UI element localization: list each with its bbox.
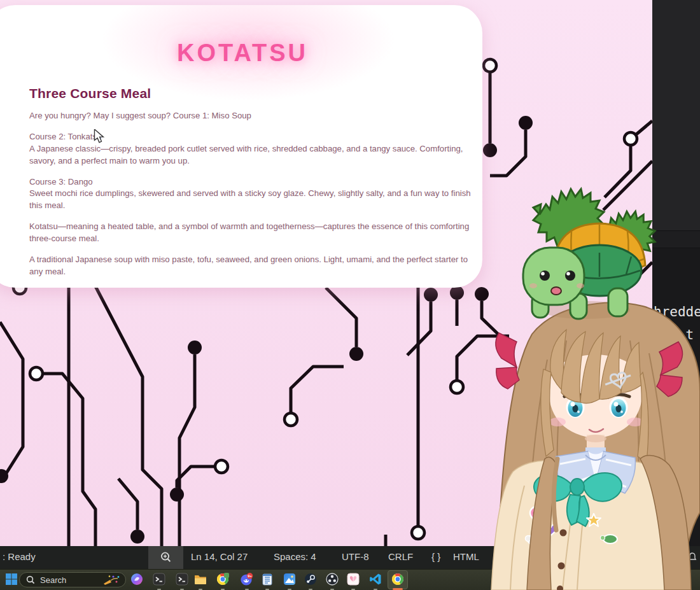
- paragraph-miso: A traditional Japanese soup with miso pa…: [29, 254, 476, 278]
- search-box[interactable]: Search: [19, 572, 126, 587]
- turtle-mascot: [523, 189, 655, 319]
- photos-icon[interactable]: [283, 573, 296, 586]
- page-title: KOTATSU: [29, 39, 456, 67]
- status-eol[interactable]: CRLF: [388, 551, 413, 562]
- chrome-active-icon[interactable]: [391, 573, 404, 586]
- paragraph-kotatsu: Kotatsu—meaning a heated table, and a sy…: [29, 221, 476, 245]
- terminal-icon[interactable]: [153, 573, 165, 586]
- vtube-studio-icon[interactable]: [347, 573, 360, 586]
- obs-icon[interactable]: [326, 573, 339, 586]
- zoom-button[interactable]: [148, 546, 183, 569]
- search-icon: [26, 575, 35, 584]
- terminal-icon[interactable]: [176, 573, 188, 586]
- status-indent[interactable]: Spaces: 4: [274, 551, 316, 562]
- paragraph-course3: Course 3: Dango Sweet mochi rice dumplin…: [29, 176, 476, 213]
- paragraph-course1: Are you hungry? May I suggest soup? Cour…: [29, 110, 476, 122]
- active-app-underline: [393, 588, 403, 590]
- chrome-icon[interactable]: [216, 573, 229, 586]
- discord-badge: 9+: [248, 574, 252, 578]
- zoom-in-icon: [160, 551, 172, 564]
- mouse-cursor: [94, 129, 105, 143]
- discord-icon[interactable]: 9+: [241, 573, 253, 586]
- vtuber-avatar: [490, 181, 700, 590]
- status-encoding[interactable]: UTF-8: [342, 551, 369, 562]
- steam-icon[interactable]: [304, 573, 317, 586]
- status-language[interactable]: HTML: [453, 551, 479, 562]
- search-label: Search: [40, 575, 66, 585]
- notepad-icon[interactable]: [261, 573, 274, 586]
- section-heading: Three Course Meal: [29, 86, 456, 101]
- menu-card: KOTATSU Three Course Meal Are you hungry…: [0, 5, 482, 288]
- status-braces: { }: [431, 551, 440, 562]
- file-explorer-icon[interactable]: [194, 573, 207, 586]
- copilot-icon[interactable]: [130, 573, 143, 586]
- start-button[interactable]: [5, 573, 18, 586]
- status-ready: : Ready: [3, 551, 36, 562]
- vscode-icon[interactable]: [369, 573, 382, 586]
- desktop-screen: hredde and t KOTATSU Three Course Meal A…: [0, 0, 700, 590]
- status-line-col[interactable]: Ln 14, Col 27: [191, 551, 248, 562]
- party-popper-icon: [101, 574, 120, 586]
